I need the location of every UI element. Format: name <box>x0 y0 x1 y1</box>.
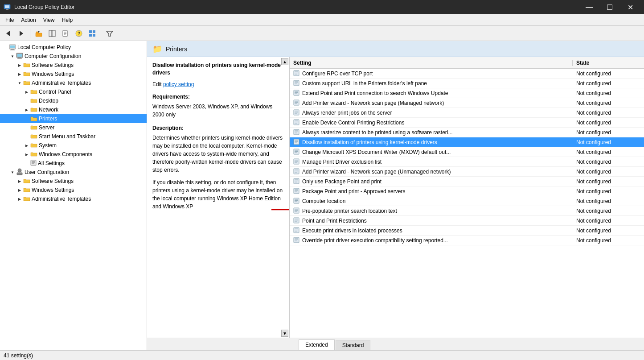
settings-row[interactable]: Manage Print Driver exclusion listNot co… <box>290 157 644 167</box>
settings-row-state: Not configured <box>573 178 644 186</box>
tree-item-windows-components[interactable]: ▶Windows Components <box>0 150 147 159</box>
tree-item-system[interactable]: ▶System <box>0 141 147 150</box>
settings-row[interactable]: Extend Point and Print connection to sea… <box>290 88 644 98</box>
settings-row[interactable]: Override print driver execution compatib… <box>290 236 644 245</box>
tab-extended[interactable]: Extended <box>299 339 335 350</box>
tree-item-server[interactable]: Server <box>0 123 147 132</box>
requirements-label: Requirements: <box>152 93 284 101</box>
tree-item-user-configuration[interactable]: ▼User Configuration <box>0 168 147 177</box>
tree-item-desktop[interactable]: Desktop <box>0 96 147 105</box>
settings-row[interactable]: Point and Print RestrictionsNot configur… <box>290 216 644 226</box>
tree-item-printers[interactable]: Printers <box>0 114 147 123</box>
settings-row[interactable]: Computer locationNot configured <box>290 196 644 206</box>
tree-icon-software-settings-uc <box>23 178 30 185</box>
svg-rect-6 <box>36 33 42 37</box>
settings-row[interactable]: Always render print jobs on the serverNo… <box>290 108 644 118</box>
settings-row-label: Manage Print Driver exclusion list <box>302 159 381 165</box>
tree-item-start-menu-taskbar[interactable]: Start Menu and Taskbar <box>0 132 147 141</box>
tree-item-all-settings[interactable]: All Settings <box>0 159 147 168</box>
settings-row-label: Pre-populate printer search location tex… <box>302 208 397 214</box>
svg-rect-11 <box>52 30 55 37</box>
export-button[interactable] <box>59 28 72 39</box>
settings-row-label: Override print driver execution compatib… <box>302 237 448 244</box>
up-folder-button[interactable] <box>33 28 45 39</box>
settings-row[interactable]: Change Microsoft XPS Document Writer (MX… <box>290 147 644 157</box>
tree-item-network[interactable]: ▶Network <box>0 105 147 114</box>
settings-row[interactable]: Add Printer wizard - Network scan page (… <box>290 98 644 108</box>
settings-row[interactable]: Disallow installation of printers using … <box>290 137 644 147</box>
tree-item-software-settings-uc[interactable]: ▶Software Settings <box>0 177 147 186</box>
settings-row[interactable]: Execute print drivers in isolated proces… <box>290 226 644 236</box>
tree-item-control-panel[interactable]: ▶Control Panel <box>0 87 147 96</box>
tree-expander-network[interactable]: ▶ <box>23 106 30 113</box>
settings-row[interactable]: Package Point and print - Approved serve… <box>290 186 644 196</box>
description-pane[interactable]: Disallow installation of printers using … <box>147 57 290 338</box>
menu-file[interactable]: File <box>2 16 17 24</box>
settings-row-state: Not configured <box>573 187 644 195</box>
tree-item-windows-settings-uc[interactable]: ▶Windows Settings <box>0 186 147 194</box>
svg-marker-5 <box>20 31 23 36</box>
settings-header: Setting State <box>290 57 644 69</box>
show-hide-button[interactable] <box>46 28 58 39</box>
settings-row-label: Always render print jobs on the server <box>302 110 392 116</box>
forward-button[interactable] <box>15 28 28 39</box>
tree-expander-windows-settings-uc[interactable]: ▶ <box>16 186 23 194</box>
desc-scroll-up-button[interactable]: ▲ <box>281 58 288 65</box>
tree-item-software-settings-cc[interactable]: ▶Software Settings <box>0 61 147 70</box>
tab-standard[interactable]: Standard <box>336 340 371 350</box>
tree-expander-system[interactable]: ▶ <box>23 142 30 149</box>
svg-rect-95 <box>294 208 299 213</box>
settings-row-state: Not configured <box>573 119 644 127</box>
tree-expander-admin-templates-uc[interactable]: ▶ <box>16 195 23 203</box>
tree-expander-windows-settings-cc[interactable]: ▶ <box>16 70 23 78</box>
filter-button[interactable] <box>103 28 116 39</box>
tree-item-admin-templates-uc[interactable]: ▶Administrative Templates <box>0 194 147 203</box>
close-button[interactable]: ✕ <box>620 0 640 14</box>
tree-expander-control-panel[interactable]: ▶ <box>23 88 30 95</box>
policy-setting-link[interactable]: policy setting <box>163 81 194 87</box>
menu-help[interactable]: Help <box>58 16 77 24</box>
maximize-button[interactable]: ☐ <box>599 0 620 14</box>
back-button[interactable] <box>2 28 14 39</box>
tree-label-software-settings-cc: Software Settings <box>32 62 147 68</box>
settings-row[interactable]: Configure RPC over TCP portNot configure… <box>290 69 644 79</box>
tree-expander-software-settings-cc[interactable]: ▶ <box>16 62 23 69</box>
svg-rect-24 <box>10 46 15 48</box>
settings-row-label: Change Microsoft XPS Document Writer (MX… <box>302 149 451 155</box>
tree-expander-admin-templates-cc[interactable]: ▼ <box>16 79 23 87</box>
svg-rect-19 <box>93 30 95 33</box>
description-label: Description: <box>152 124 284 132</box>
svg-rect-99 <box>294 218 299 223</box>
settings-row-icon <box>293 70 299 77</box>
minimize-button[interactable]: — <box>579 0 599 14</box>
settings-row-icon <box>293 217 299 224</box>
settings-row-name: Add Printer wizard - Network scan page (… <box>290 99 573 108</box>
help-button[interactable]: ? <box>73 28 85 39</box>
tree-icon-windows-settings-cc <box>23 70 30 78</box>
desc-scroll-down-button[interactable]: ▼ <box>281 330 288 337</box>
settings-row[interactable]: Add Printer wizard - Network scan page (… <box>290 167 644 177</box>
desc-title: Disallow installation of printers using … <box>152 62 284 77</box>
app-title: Local Group Policy Editor <box>14 4 74 10</box>
svg-rect-20 <box>89 34 92 37</box>
tree-expander-user-configuration[interactable]: ▼ <box>9 169 16 176</box>
status-text: 41 setting(s) <box>4 352 33 359</box>
settings-row[interactable]: Enable Device Control Printing Restricti… <box>290 118 644 128</box>
settings-row[interactable]: Only use Package Point and printNot conf… <box>290 177 644 186</box>
svg-rect-30 <box>17 58 22 58</box>
tree-expander-windows-components[interactable]: ▶ <box>23 151 30 158</box>
tree-item-local-computer-policy[interactable]: Local Computer Policy <box>0 43 147 52</box>
menu-action[interactable]: Action <box>17 16 39 24</box>
settings-row[interactable]: Always rasterize content to be printed u… <box>290 128 644 137</box>
tree-item-windows-settings-cc[interactable]: ▶Windows Settings <box>0 70 147 79</box>
settings-row[interactable]: Custom support URL in the Printers folde… <box>290 79 644 88</box>
settings-row[interactable]: Pre-populate printer search location tex… <box>290 206 644 216</box>
view-toggle-button[interactable] <box>86 28 98 39</box>
tree-item-admin-templates-cc[interactable]: ▼Administrative Templates <box>0 79 147 87</box>
tree-expander-software-settings-uc[interactable]: ▶ <box>16 178 23 185</box>
svg-rect-103 <box>294 228 299 233</box>
tree-item-computer-configuration[interactable]: ▼Computer Configuration <box>0 52 147 61</box>
svg-rect-79 <box>294 169 299 174</box>
menu-view[interactable]: View <box>40 16 58 24</box>
tree-expander-computer-configuration[interactable]: ▼ <box>9 53 16 60</box>
